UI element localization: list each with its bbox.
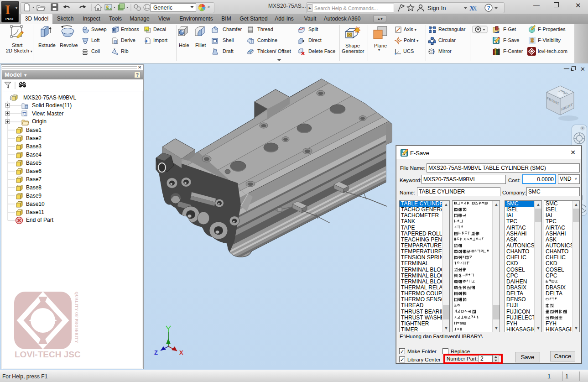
svg-text:X: X	[179, 349, 183, 356]
svg-text:Z: Z	[154, 349, 158, 356]
